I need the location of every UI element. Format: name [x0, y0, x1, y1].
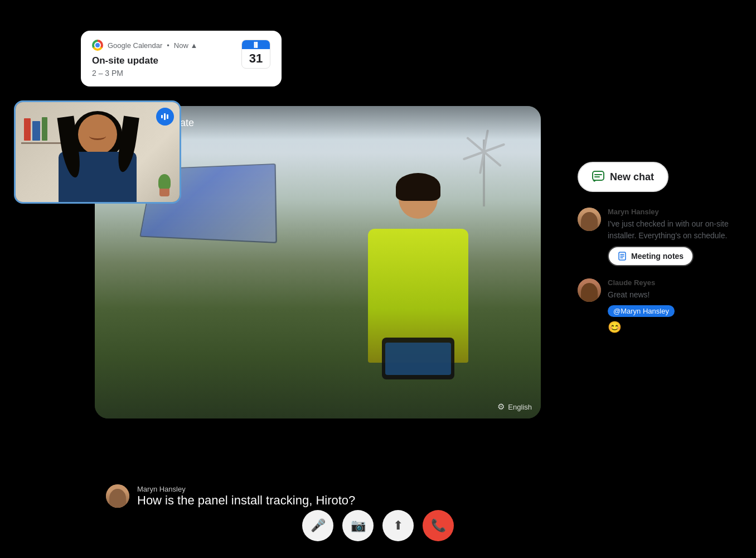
chat-message-maryn: Maryn Hansley I've just checked in with … [578, 208, 739, 266]
audio-indicator [156, 108, 174, 126]
meeting-notes-button[interactable]: Meeting notes [608, 246, 694, 266]
chat-message-claude: Claude Reyes Great news! @Maryn Hansley … [578, 278, 739, 334]
chat-bubble-icon [592, 171, 604, 183]
caption-bar: Maryn Hansley How is the panel install t… [95, 484, 541, 508]
new-chat-label: New chat [610, 171, 654, 183]
notification-time-range: 2 – 3 PM [92, 69, 235, 78]
caption-speaker-name: Maryn Hansley [137, 485, 355, 493]
maryn-message-text: I've just checked in with our on-site in… [608, 218, 739, 242]
mic-icon: 🎤 [311, 518, 326, 533]
self-view-person [42, 110, 153, 202]
caption-content: Maryn Hansley How is the panel install t… [137, 485, 355, 508]
chat-avatar-maryn [578, 208, 601, 231]
caption-avatar [106, 484, 129, 508]
mention-chip: @Maryn Hansley [608, 305, 675, 317]
notification-title: On-site update [92, 55, 235, 66]
camera-icon: 📷 [351, 518, 366, 533]
claude-message-text: Great news! [608, 289, 739, 301]
wind-turbine-decor [483, 140, 485, 206]
google-calendar-icon [92, 40, 103, 51]
language-gear-icon: ⚙ [497, 402, 505, 412]
notification-time: Now ▲ [174, 41, 198, 50]
mic-button[interactable]: 🎤 [302, 510, 333, 541]
controls-bar[interactable]: 🎤 📷 ⬆ 📞 [302, 510, 454, 541]
calendar-badge: ▐▌ 31 [241, 40, 270, 69]
chat-avatar-claude [578, 278, 601, 302]
svg-rect-6 [167, 114, 168, 119]
reaction-emoji: 😊 [608, 320, 739, 334]
maryn-sender-name: Maryn Hansley [608, 208, 739, 216]
plant-decor [157, 174, 171, 196]
notes-doc-icon [618, 252, 627, 261]
share-screen-button[interactable]: ⬆ [382, 510, 414, 541]
notification-content: Google Calendar • Now ▲ On-site update 2… [92, 40, 235, 78]
notification-header: Google Calendar • Now ▲ [92, 40, 235, 51]
audio-wave-icon [161, 112, 169, 121]
claude-sender-name: Claude Reyes [608, 278, 739, 287]
hangup-icon: 📞 [431, 518, 446, 533]
language-badge: ⚙ English [497, 402, 532, 412]
meeting-notes-label: Meeting notes [631, 252, 684, 261]
self-view-pip [14, 100, 181, 204]
notification-dot: • [167, 41, 169, 50]
hangup-button[interactable]: 📞 [423, 510, 454, 541]
new-chat-button[interactable]: New chat [578, 162, 668, 192]
notification-app-name: Google Calendar [108, 41, 162, 50]
main-video-person [340, 162, 496, 385]
share-icon: ⬆ [393, 518, 403, 533]
chat-panel: New chat Maryn Hansley I've just checked… [578, 162, 739, 346]
svg-rect-5 [164, 113, 166, 120]
svg-rect-7 [593, 171, 604, 180]
calendar-badge-number: 31 [242, 49, 270, 68]
caption-speech-text: How is the panel install tracking, Hirot… [137, 493, 355, 508]
language-label: English [508, 403, 532, 411]
calendar-badge-top: ▐▌ [242, 40, 270, 49]
camera-button[interactable]: 📷 [342, 510, 374, 541]
notification-card: Google Calendar • Now ▲ On-site update 2… [81, 31, 282, 86]
svg-rect-4 [161, 115, 163, 118]
chat-content-claude: Claude Reyes Great news! @Maryn Hansley … [608, 278, 739, 334]
chat-content-maryn: Maryn Hansley I've just checked in with … [608, 208, 739, 266]
